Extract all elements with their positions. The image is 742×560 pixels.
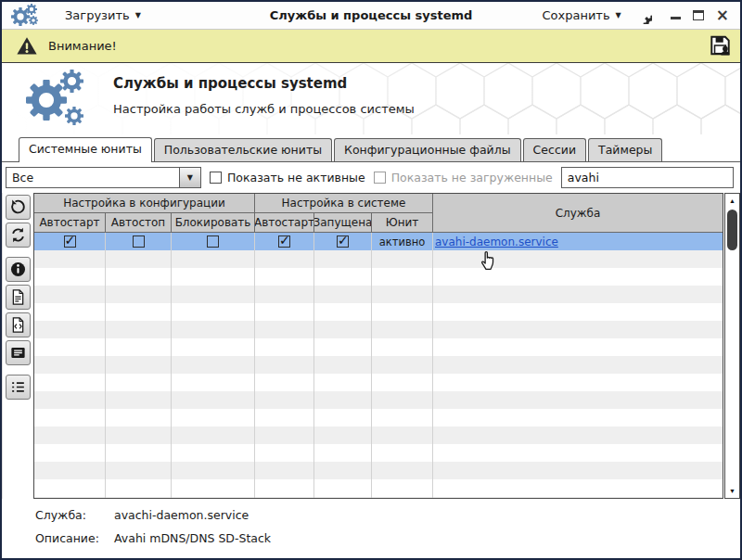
row-checkbox[interactable] bbox=[207, 235, 219, 248]
show-inactive-checkbox[interactable] bbox=[210, 172, 222, 184]
save-menu-button[interactable]: Сохранить ▼ bbox=[542, 8, 620, 22]
table-row-empty bbox=[34, 479, 723, 497]
chevron-down-icon: ▼ bbox=[135, 11, 141, 19]
row-checkbox[interactable] bbox=[64, 235, 76, 248]
vertical-scrollbar[interactable]: ▲ ▼ bbox=[724, 193, 740, 499]
minimize-button[interactable] bbox=[671, 17, 681, 19]
table-row-empty bbox=[34, 374, 723, 391]
table-cell bbox=[372, 303, 433, 321]
save-menu-label: Сохранить bbox=[542, 8, 609, 22]
bullet-list-button[interactable] bbox=[6, 375, 31, 400]
table-body: активноavahi-daemon.service bbox=[34, 233, 723, 498]
checkbox-cell bbox=[106, 233, 172, 250]
table-cell bbox=[172, 286, 255, 303]
table-cell bbox=[314, 286, 372, 303]
row-checkbox[interactable] bbox=[337, 235, 349, 248]
category-dropdown[interactable]: Все ▼ bbox=[6, 167, 201, 188]
load-menu-button[interactable]: Загрузить ▼ bbox=[65, 8, 141, 22]
services-table: Настройка в конфигурацииНастройка в сист… bbox=[33, 193, 723, 499]
maximize-button[interactable] bbox=[693, 10, 704, 20]
table-cell bbox=[433, 479, 723, 497]
table-cell bbox=[372, 268, 433, 286]
show-unloaded-checkbox-group: Показать не загруженные bbox=[374, 171, 553, 185]
table-cell bbox=[106, 497, 172, 498]
table-cell bbox=[372, 338, 433, 356]
scrollbar-track[interactable] bbox=[725, 208, 739, 484]
info-button[interactable] bbox=[6, 257, 31, 282]
table-cell bbox=[34, 444, 106, 462]
table-cell bbox=[106, 338, 172, 356]
table-cell bbox=[314, 374, 372, 391]
table-cell bbox=[106, 321, 172, 338]
table-cell bbox=[106, 356, 172, 374]
table-cell bbox=[34, 426, 106, 444]
table-cell bbox=[172, 250, 255, 268]
list-view-button[interactable] bbox=[6, 340, 31, 365]
table-cell bbox=[34, 479, 106, 497]
close-button[interactable]: × bbox=[716, 10, 729, 20]
history-icon bbox=[9, 198, 27, 216]
code-file-button[interactable] bbox=[6, 312, 31, 337]
table-cell bbox=[372, 286, 433, 303]
service-label: Служба: bbox=[35, 508, 114, 522]
checkbox-cell bbox=[34, 233, 106, 250]
table-cell bbox=[372, 374, 433, 391]
scrollbar-thumb[interactable] bbox=[727, 210, 737, 250]
table-cell bbox=[255, 426, 314, 444]
table-cell bbox=[106, 444, 172, 462]
table-cell bbox=[106, 479, 172, 497]
table-cell bbox=[433, 286, 723, 303]
show-inactive-checkbox-group[interactable]: Показать не активные bbox=[210, 171, 365, 185]
table-row[interactable]: активноavahi-daemon.service bbox=[34, 233, 723, 250]
table-cell bbox=[34, 321, 106, 338]
chevron-down-icon: ▼ bbox=[616, 11, 621, 19]
save-file-button[interactable] bbox=[707, 33, 733, 58]
tab-4[interactable]: Таймеры bbox=[588, 138, 662, 161]
table-cell bbox=[106, 374, 172, 391]
scroll-up-button[interactable]: ▲ bbox=[725, 194, 739, 208]
table-cell bbox=[314, 356, 372, 374]
table-cell bbox=[255, 479, 314, 497]
tab-1[interactable]: Пользовательские юниты bbox=[154, 138, 332, 161]
settings-gear-icon[interactable] bbox=[634, 6, 652, 24]
table-row-empty bbox=[34, 426, 723, 444]
dropdown-arrow-icon[interactable]: ▼ bbox=[179, 168, 200, 187]
table-cell bbox=[172, 497, 255, 498]
titlebar: Загрузить ▼ Службы и процессы systemd Со… bbox=[2, 2, 740, 30]
show-inactive-label: Показать не активные bbox=[227, 171, 365, 185]
search-input[interactable] bbox=[561, 167, 734, 188]
table-row-empty bbox=[34, 409, 723, 426]
refresh-icon bbox=[9, 226, 27, 244]
tab-0[interactable]: Системные юниты bbox=[19, 137, 152, 162]
row-checkbox[interactable] bbox=[278, 235, 290, 248]
service-link[interactable]: avahi-daemon.service bbox=[435, 235, 558, 248]
tab-2[interactable]: Конфигурационные файлы bbox=[334, 138, 521, 161]
table-cell bbox=[106, 462, 172, 479]
table-cell bbox=[372, 250, 433, 268]
table-cell bbox=[433, 250, 723, 268]
table-cell bbox=[433, 338, 723, 356]
table-cell bbox=[314, 338, 372, 356]
list-view-icon bbox=[9, 344, 27, 362]
service-value: avachi-daemon.service bbox=[114, 508, 249, 522]
table-cell bbox=[433, 268, 723, 286]
table-cell bbox=[106, 391, 172, 409]
bullet-list-icon bbox=[9, 378, 27, 396]
table-cell bbox=[314, 321, 372, 338]
table-cell bbox=[372, 462, 433, 479]
history-button[interactable] bbox=[6, 195, 31, 220]
scroll-down-button[interactable]: ▼ bbox=[725, 484, 739, 498]
table-cell bbox=[433, 321, 723, 338]
tab-3[interactable]: Сессии bbox=[523, 138, 586, 161]
info-icon bbox=[9, 261, 27, 278]
row-checkbox[interactable] bbox=[133, 235, 145, 248]
table-cell bbox=[433, 409, 723, 426]
table-cell bbox=[106, 286, 172, 303]
column-header-5: Юнит bbox=[372, 213, 433, 233]
table-row-empty bbox=[34, 286, 723, 303]
table-cell bbox=[255, 321, 314, 338]
table-cell bbox=[172, 479, 255, 497]
refresh-button[interactable] bbox=[6, 223, 31, 248]
document-button[interactable] bbox=[6, 285, 31, 310]
table-cell bbox=[372, 356, 433, 374]
